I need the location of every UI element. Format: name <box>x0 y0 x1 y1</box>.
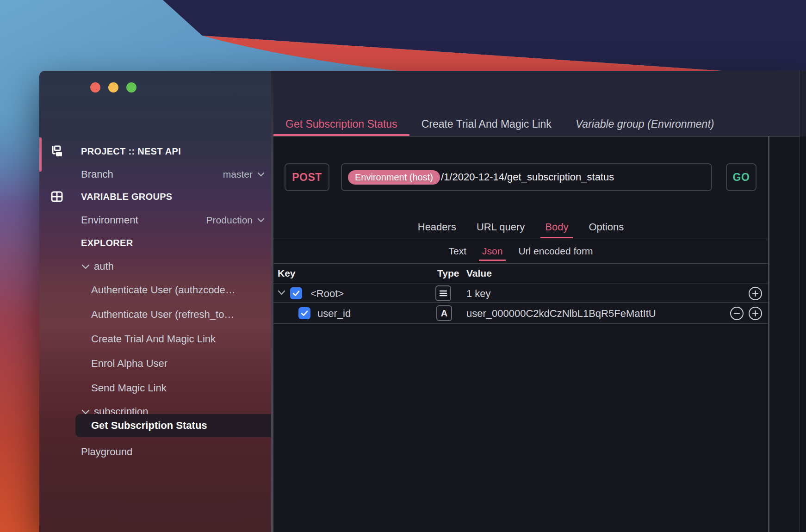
sidebar-item-authenticate-refresh[interactable]: Authenticate User (refresh_to… <box>39 305 271 324</box>
tab-create-trial-and-magic-link[interactable]: Create Trial And Magic Link <box>409 112 564 136</box>
type-string-icon[interactable]: A <box>436 305 452 321</box>
url-path-text[interactable]: /1/2020-12-14/get_subscription_status <box>441 171 614 183</box>
request-section-tabs: Headers URL query Body Options <box>273 215 768 239</box>
empty-body-area <box>273 324 806 532</box>
method-button[interactable]: POST <box>285 163 329 191</box>
tab-label: Get Subscription Status <box>285 118 397 130</box>
tab-url-encoded-form[interactable]: Url encoded form <box>510 239 601 263</box>
column-value: Value <box>466 268 492 279</box>
variable-groups-header: VARIABLE GROUPS <box>39 187 271 206</box>
chevron-down-icon <box>257 217 265 225</box>
body-format-tabs: Text Json Url encoded form <box>273 239 768 264</box>
collapse-chevron-icon[interactable] <box>277 289 286 298</box>
add-key-button[interactable] <box>749 287 762 300</box>
sidebar-group-auth[interactable]: auth <box>39 257 271 276</box>
panel-right-divider <box>768 136 769 532</box>
request-editor: POST Environment (host) /1/2020-12-14/ge… <box>273 136 806 532</box>
tab-label: Variable group (Environment) <box>576 118 714 130</box>
send-label: GO <box>733 171 750 184</box>
tab-label: Headers <box>418 221 456 233</box>
tab-body[interactable]: Body <box>535 215 578 239</box>
explorer-title: EXPLORER <box>81 238 133 248</box>
variable-groups-title: VARIABLE GROUPS <box>81 192 172 202</box>
sidebar-item-create-trial[interactable]: Create Trial And Magic Link <box>39 330 271 348</box>
branch-row[interactable]: Branch master <box>39 165 271 184</box>
tab-label: Options <box>589 221 624 233</box>
tab-label: Body <box>545 221 568 233</box>
item-label: Authenticate User (refresh_to… <box>91 309 234 321</box>
tab-label: URL query <box>477 221 525 233</box>
main-pane: Get Subscription Status Create Trial And… <box>273 71 806 532</box>
sidebar: PROJECT :: NEST API Branch master VARIAB… <box>39 71 271 532</box>
column-type: Type <box>437 268 459 279</box>
tab-label: Create Trial And Magic Link <box>422 118 552 130</box>
sidebar-item-authenticate-authzcode[interactable]: Authenticate User (authzcode… <box>39 281 271 299</box>
editor-tab-bar: Get Subscription Status Create Trial And… <box>273 71 806 136</box>
minimize-window-button[interactable] <box>108 82 118 93</box>
tab-url-query[interactable]: URL query <box>466 215 535 239</box>
body-table-header: Key Type Value <box>273 264 768 284</box>
add-key-button[interactable] <box>749 307 762 320</box>
send-request-button[interactable]: GO <box>726 163 756 191</box>
environment-variable-chip[interactable]: Environment (host) <box>348 170 440 185</box>
branch-label: Branch <box>81 168 113 180</box>
environment-label: Environment <box>81 214 138 226</box>
sidebar-item-enrol-alpha[interactable]: Enrol Alpha User <box>39 354 271 373</box>
chevron-down-icon <box>257 171 265 179</box>
tab-json[interactable]: Json <box>474 239 510 263</box>
environment-row[interactable]: Environment Production <box>39 211 271 229</box>
tab-label: Url encoded form <box>518 246 593 257</box>
app-window: PROJECT :: NEST API Branch master VARIAB… <box>39 71 806 532</box>
url-input[interactable]: Environment (host) /1/2020-12-14/get_sub… <box>341 163 712 191</box>
variable-groups-grid-icon <box>51 191 63 203</box>
method-label: POST <box>292 171 322 184</box>
item-label: Create Trial And Magic Link <box>91 333 216 345</box>
sidebar-item-send-magic-link[interactable]: Send Magic Link <box>39 379 271 397</box>
item-label: Send Magic Link <box>91 382 167 394</box>
playground-label: Playground <box>81 446 132 458</box>
tab-options[interactable]: Options <box>578 215 634 239</box>
window-right-edge <box>800 71 806 532</box>
explorer-header: EXPLORER <box>39 234 271 252</box>
tab-headers[interactable]: Headers <box>408 215 466 239</box>
item-label: Authenticate User (authzcode… <box>91 284 236 296</box>
row-value[interactable]: user_000000C2kdCzNlbL1BqR5FeMatItU <box>466 308 656 320</box>
root-checkbox-checked[interactable] <box>290 287 302 299</box>
tab-label: Json <box>482 246 502 257</box>
selected-item-label: Get Subscription Status <box>91 420 207 432</box>
request-bar-area: POST Environment (host) /1/2020-12-14/ge… <box>273 136 806 215</box>
column-key: Key <box>278 268 296 279</box>
user-id-checkbox-checked[interactable] <box>298 307 310 319</box>
row-key[interactable]: <Root> <box>310 288 344 300</box>
group-label: auth <box>94 260 114 272</box>
table-row-user-id: user_id A user_000000C2kdCzNlbL1BqR5FeMa… <box>273 303 768 324</box>
tab-text[interactable]: Text <box>441 239 475 263</box>
remove-key-button[interactable] <box>730 307 744 320</box>
item-label: Enrol Alpha User <box>91 358 167 370</box>
sidebar-item-playground[interactable]: Playground <box>39 443 271 461</box>
tab-get-subscription-status[interactable]: Get Subscription Status <box>273 112 409 136</box>
sidebar-item-get-subscription-status-selected[interactable]: Get Subscription Status <box>75 414 271 437</box>
zoom-window-button[interactable] <box>126 82 136 93</box>
tab-variable-group-environment[interactable]: Variable group (Environment) <box>564 112 726 136</box>
project-tree-icon <box>51 145 63 157</box>
branch-value[interactable]: master <box>223 169 253 180</box>
editor-tabs: Get Subscription Status Create Trial And… <box>273 112 726 136</box>
table-row-root: <Root> 1 key <box>273 284 768 303</box>
project-header[interactable]: PROJECT :: NEST API <box>39 142 271 161</box>
project-title: PROJECT :: NEST API <box>81 146 181 157</box>
type-object-icon[interactable] <box>435 285 451 301</box>
chevron-down-icon <box>81 263 90 272</box>
request-bar: POST Environment (host) /1/2020-12-14/ge… <box>285 163 806 191</box>
tab-label: Text <box>449 246 467 257</box>
type-letter-a: A <box>441 308 447 319</box>
environment-value[interactable]: Production <box>206 215 253 226</box>
window-controls <box>90 82 136 93</box>
close-window-button[interactable] <box>90 82 100 93</box>
row-key[interactable]: user_id <box>317 308 351 320</box>
row-value[interactable]: 1 key <box>466 288 491 300</box>
